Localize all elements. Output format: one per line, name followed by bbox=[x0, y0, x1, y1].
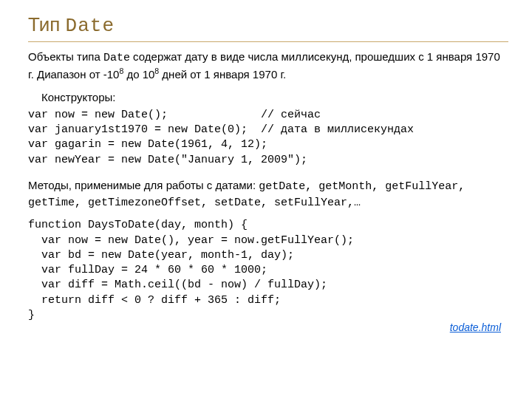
intro-text-4: дней от 1 января 1970 г. bbox=[159, 68, 286, 81]
code-constructors: var now = new Date(); // сейчас var janu… bbox=[28, 108, 508, 168]
code-function: function DaysToDate(day, month) { var no… bbox=[28, 218, 508, 323]
methods-prefix: Методы, применимые для работы с датами: bbox=[28, 179, 259, 191]
link-row: todate.html bbox=[28, 320, 508, 335]
constructors-label: Конструкторы: bbox=[41, 90, 508, 105]
title-underline bbox=[28, 41, 508, 42]
intro-type: Date bbox=[103, 52, 130, 64]
slide-body: Объекты типа Date содержат дату в виде ч… bbox=[28, 50, 508, 335]
source-link[interactable]: todate.html bbox=[450, 321, 501, 333]
title-type: Date bbox=[66, 15, 115, 37]
title-prefix: Тип bbox=[28, 13, 66, 35]
intro-paragraph: Объекты типа Date содержат дату в виде ч… bbox=[28, 50, 508, 83]
slide: Тип Date Объекты типа Date содержат дату… bbox=[0, 0, 532, 399]
methods-paragraph: Методы, применимые для работы с датами: … bbox=[28, 178, 508, 211]
intro-text-1: Объекты типа bbox=[28, 50, 103, 63]
slide-title: Тип Date bbox=[28, 13, 508, 37]
intro-text-3: до 10 bbox=[123, 68, 154, 81]
